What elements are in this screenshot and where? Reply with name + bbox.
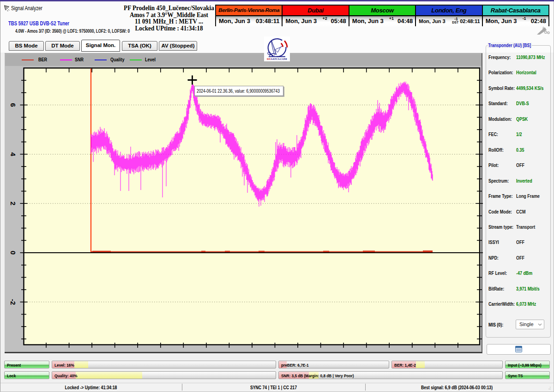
svg-text:-2: -2 — [9, 299, 17, 305]
svg-text:DXSATCS.COM: DXSATCS.COM — [267, 58, 287, 60]
svg-text:6: 6 — [9, 103, 17, 107]
svg-text:2: 2 — [9, 202, 17, 205]
svg-text:0: 0 — [9, 251, 17, 255]
svg-text:4: 4 — [9, 152, 17, 156]
